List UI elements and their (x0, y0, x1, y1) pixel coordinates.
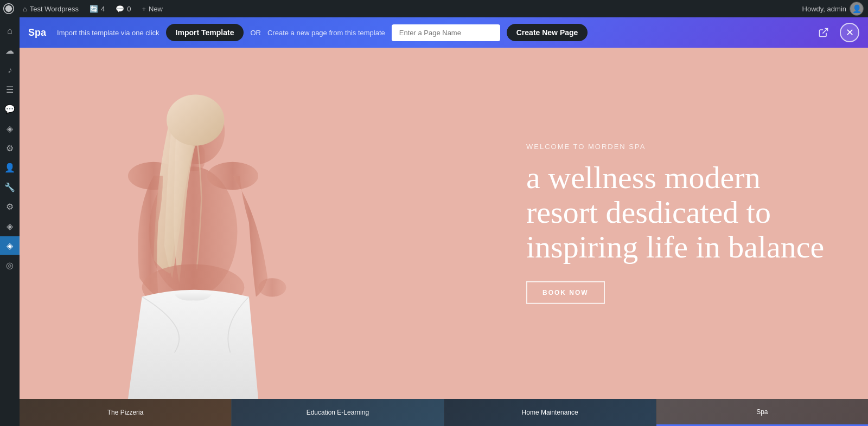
external-link-button[interactable] (814, 23, 833, 42)
thumbnail-spa[interactable]: Spa (656, 399, 868, 426)
book-now-button[interactable]: BOOK NOW (526, 281, 605, 304)
avatar: 👤 (850, 2, 864, 16)
import-template-button[interactable]: Import Template (166, 24, 244, 41)
svg-point-6 (167, 94, 224, 145)
import-one-click-label: Import this template via one click (57, 29, 159, 37)
create-new-page-button[interactable]: Create New Page (507, 24, 588, 41)
sidebar-icon-extra[interactable]: ◎ (0, 256, 20, 274)
svg-point-3 (207, 162, 258, 190)
sidebar-icon-plugins[interactable]: ⚙ (0, 139, 20, 157)
admin-bar-right: Howdy, admin 👤 (798, 0, 868, 17)
sidebar-icon-pages[interactable]: ☰ (0, 80, 20, 99)
main-content: ▲ ▼ (20, 48, 868, 426)
comments-item[interactable]: 🔄 4 (84, 0, 110, 17)
thumbnail-pizzeria[interactable]: The Pizzeria (20, 399, 232, 426)
thumbnail-maintenance[interactable]: Home Maintenance (444, 399, 656, 426)
admin-bar: ⌂ Test Wordpress 🔄 4 💬 0 + New Howdy, ad… (0, 0, 868, 17)
updates-count: 4 (101, 5, 105, 13)
thumbnail-label-maintenance: Home Maintenance (522, 409, 578, 416)
spa-hero: WELCOME TO MORDEN SPA a wellness modern … (20, 48, 868, 399)
bottom-thumbnails: The Pizzeria Education E-Learning Home M… (20, 399, 868, 426)
sidebar-icon-settings[interactable]: ⚙ (0, 197, 20, 216)
sidebar-icon-tools[interactable]: 🔧 (0, 178, 20, 196)
new-item[interactable]: + New (136, 0, 168, 17)
comments-count: 0 (127, 5, 131, 13)
spa-headline: a wellness modern resort desdicated to i… (526, 160, 825, 264)
spa-tagline: WELCOME TO MORDEN SPA (526, 143, 825, 151)
template-bar: Spa Import this template via one click I… (20, 17, 868, 48)
sidebar-icon-comments[interactable]: 💬 (0, 100, 20, 118)
or-separator: OR (250, 29, 261, 37)
svg-point-7 (258, 278, 286, 296)
create-page-label: Create a new page from this template (267, 29, 385, 37)
template-title: Spa (28, 27, 46, 38)
updates-icon: 🔄 (90, 5, 98, 13)
wp-logo[interactable] (0, 0, 17, 17)
comments-bubble-item[interactable]: 💬 0 (110, 0, 136, 17)
home-icon: ⌂ (23, 5, 27, 13)
site-name-item[interactable]: ⌂ Test Wordpress (17, 0, 84, 17)
sidebar-icon-templates[interactable]: ◈ (0, 236, 20, 255)
close-button[interactable]: ✕ (840, 23, 859, 42)
sidebar-icon-media[interactable]: ☁ (0, 41, 20, 60)
spa-text-content: WELCOME TO MORDEN SPA a wellness modern … (526, 143, 825, 304)
comments-icon: 💬 (116, 5, 124, 13)
howdy-section[interactable]: Howdy, admin 👤 (798, 2, 868, 16)
sidebar-icon-elementor[interactable]: ◈ (0, 217, 20, 235)
page-name-input[interactable] (392, 24, 500, 41)
sidebar-icon-dashboard[interactable]: ⌂ (0, 22, 20, 40)
sidebar-icon-appearance[interactable]: ◈ (0, 119, 20, 138)
sidebar-icon-music[interactable]: ♪ (0, 61, 20, 79)
sidebar-icon-users[interactable]: 👤 (0, 158, 20, 177)
sidebar: ⌂ ☁ ♪ ☰ 💬 ◈ ⚙ 👤 🔧 ⚙ ◈ ◈ ◎ (0, 17, 20, 426)
woman-figure (63, 83, 323, 399)
svg-line-0 (822, 29, 827, 34)
thumbnail-label-spa: Spa (756, 408, 768, 416)
thumbnail-label-elearning: Education E-Learning (307, 409, 369, 416)
thumbnail-elearning[interactable]: Education E-Learning (232, 399, 444, 426)
new-label: New (149, 5, 163, 13)
site-name: Test Wordpress (30, 5, 79, 13)
plus-icon: + (142, 5, 146, 13)
thumbnail-label-pizzeria: The Pizzeria (107, 409, 144, 416)
howdy-text: Howdy, admin (802, 5, 846, 13)
